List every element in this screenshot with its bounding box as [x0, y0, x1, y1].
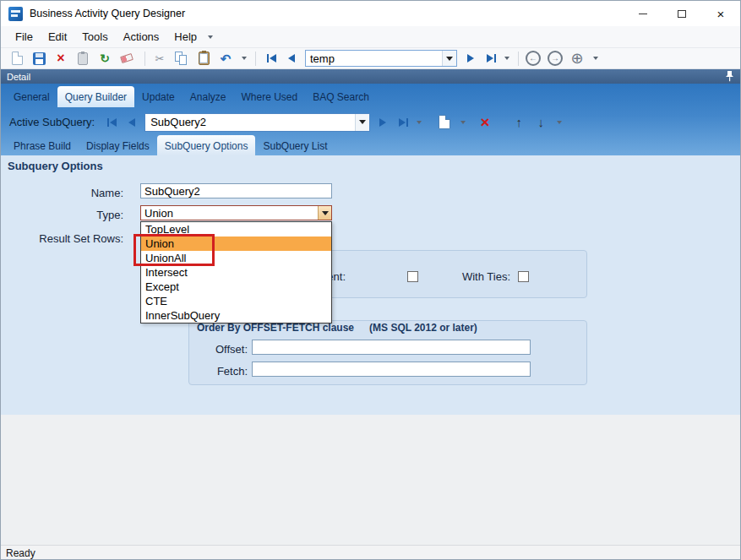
home-button[interactable]: ⊕	[568, 50, 586, 68]
move-overflow-icon[interactable]	[557, 121, 562, 124]
new-subquery-button[interactable]	[435, 113, 454, 131]
in-percent-checkbox[interactable]	[407, 271, 418, 282]
tab-analyze[interactable]: Analyze	[183, 86, 234, 107]
undo-icon: ↶	[221, 52, 232, 65]
tab-subquery-list[interactable]: SubQuery List	[255, 135, 335, 155]
minimize-button[interactable]	[624, 1, 662, 26]
delete-x-icon: ×	[481, 114, 490, 130]
dropdown-option-union[interactable]: Union	[141, 237, 331, 251]
menu-tools[interactable]: Tools	[74, 26, 115, 47]
with-ties-checkbox[interactable]	[518, 271, 529, 282]
subquery-combo-value: SubQuery2	[145, 116, 355, 128]
offset-input[interactable]	[252, 340, 531, 355]
forward-arrow-icon: →	[548, 51, 563, 66]
menu-actions[interactable]: Actions	[116, 26, 167, 47]
refresh-button[interactable]: ↻	[95, 50, 114, 68]
type-combo-value: Union	[141, 207, 318, 220]
subquery-prev-button[interactable]	[122, 113, 142, 132]
delete-button[interactable]: ×	[52, 50, 70, 68]
cut-button[interactable]: ✂	[150, 50, 169, 68]
active-subquery-bar: Active SubQuery: SubQuery2 × ↑ ↓	[1, 109, 740, 135]
move-down-button[interactable]: ↓	[531, 113, 550, 131]
undo-button[interactable]: ↶	[216, 50, 235, 68]
record-combo-value: temp	[306, 52, 442, 65]
toolbar-separator	[518, 52, 519, 66]
tab-subquery-options[interactable]: SubQuery Options	[157, 135, 256, 155]
close-button[interactable]: ×	[701, 1, 740, 26]
order-by-note-text: (MS SQL 2012 or later)	[369, 322, 477, 334]
save-button[interactable]	[30, 50, 48, 68]
toolbar: × ↻ ✂ ↶ temp ← → ⊕	[1, 48, 740, 69]
pin-button[interactable]	[725, 71, 734, 82]
nav-overflow-icon[interactable]	[593, 57, 598, 60]
dropdown-option-unionall[interactable]: UnionAll	[141, 251, 331, 265]
maximize-icon	[678, 10, 686, 18]
clipboard-button[interactable]	[74, 50, 92, 68]
subquery-options-panel: Subquery Options Name: Type: Union Resul…	[1, 155, 740, 415]
new-subquery-dropdown-icon[interactable]	[460, 121, 466, 124]
new-button[interactable]	[8, 50, 26, 68]
menu-file[interactable]: File	[8, 26, 41, 47]
next-icon	[379, 118, 386, 127]
type-combo-dropdown-button[interactable]	[318, 206, 331, 220]
record-nav-overflow-icon[interactable]	[504, 57, 509, 60]
new-subquery-icon	[439, 115, 450, 129]
subquery-tab-strip: Phrase Build Display Fields SubQuery Opt…	[6, 135, 335, 155]
up-arrow-icon: ↑	[515, 116, 522, 128]
dropdown-option-toplevel[interactable]: TopLevel	[141, 222, 331, 237]
name-input[interactable]	[140, 183, 332, 198]
paste-icon	[199, 52, 210, 65]
dropdown-option-intersect[interactable]: Intersect	[141, 265, 331, 280]
undo-dropdown-icon[interactable]	[242, 57, 247, 60]
status-bar: Ready	[1, 545, 740, 560]
tab-where-used[interactable]: Where Used	[233, 86, 305, 107]
menu-edit[interactable]: Edit	[41, 26, 74, 47]
next-record-button[interactable]	[460, 49, 481, 68]
subquery-combo[interactable]: SubQuery2	[144, 113, 370, 132]
main-tab-strip: General Query Builder Update Analyze Whe…	[6, 86, 377, 107]
copy-button[interactable]	[172, 50, 191, 68]
tab-phrase-build[interactable]: Phrase Build	[6, 135, 79, 155]
result-set-rows-label: Result Set Rows:	[22, 232, 123, 245]
close-icon: ×	[717, 8, 725, 20]
dropdown-option-cte[interactable]: CTE	[141, 294, 331, 308]
subquery-next-button[interactable]	[373, 113, 393, 132]
lower-background	[1, 415, 740, 545]
tab-update[interactable]: Update	[134, 86, 183, 107]
tab-baq-search[interactable]: BAQ Search	[305, 86, 377, 107]
menu-overflow-icon[interactable]	[208, 35, 213, 39]
subquery-nav-overflow-icon[interactable]	[417, 121, 422, 124]
tab-general[interactable]: General	[6, 86, 57, 107]
fetch-input[interactable]	[252, 362, 531, 377]
clipboard-icon	[78, 52, 88, 65]
maximize-button[interactable]	[662, 1, 701, 26]
subquery-first-button[interactable]	[101, 113, 122, 132]
last-record-button[interactable]	[481, 49, 501, 68]
eraser-icon	[120, 53, 133, 63]
back-arrow-icon: ←	[526, 51, 541, 66]
tab-display-fields[interactable]: Display Fields	[79, 135, 157, 155]
status-text: Ready	[6, 547, 35, 559]
dropdown-option-innersubquery[interactable]: InnerSubQuery	[141, 308, 331, 323]
forward-button[interactable]: →	[546, 50, 564, 68]
back-button[interactable]: ←	[524, 50, 542, 68]
record-combo-dropdown-button[interactable]	[442, 51, 456, 66]
fetch-label: Fetch:	[197, 365, 248, 378]
section-title: Subquery Options	[8, 160, 103, 172]
previous-record-button[interactable]	[281, 49, 302, 68]
chevron-down-icon	[322, 211, 329, 215]
move-up-button[interactable]: ↑	[509, 113, 528, 131]
paste-button[interactable]	[194, 50, 213, 68]
with-ties-label: With Ties:	[419, 270, 510, 283]
clear-button[interactable]	[117, 50, 136, 68]
tab-query-builder[interactable]: Query Builder	[57, 86, 134, 107]
delete-subquery-button[interactable]: ×	[476, 113, 494, 131]
first-record-button[interactable]	[261, 49, 281, 68]
dropdown-option-except[interactable]: Except	[141, 280, 331, 294]
menu-help[interactable]: Help	[166, 26, 204, 47]
record-combo[interactable]: temp	[305, 50, 457, 67]
subquery-last-button[interactable]	[393, 113, 413, 132]
toolbar-separator	[255, 52, 256, 66]
subquery-combo-dropdown-button[interactable]	[355, 114, 369, 131]
type-combo[interactable]: Union	[140, 205, 332, 220]
